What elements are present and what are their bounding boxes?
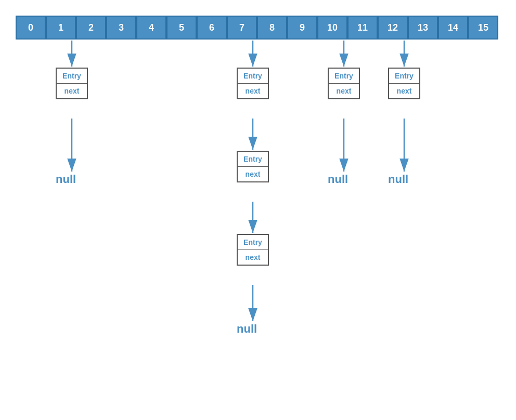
entry-node-2a: Entry next xyxy=(56,68,88,99)
null-label-2: null xyxy=(56,173,76,186)
entry-node-8c: Entry next xyxy=(237,234,269,266)
entry-label-13a: Entry xyxy=(389,69,419,84)
null-label-11: null xyxy=(328,173,348,186)
entry-node-11a: Entry next xyxy=(328,68,360,99)
null-label-8: null xyxy=(237,322,257,336)
entry-label-8b: Entry xyxy=(238,152,268,167)
array-cell-7: 7 xyxy=(227,16,257,40)
array-cell-12: 12 xyxy=(378,16,408,40)
array-cell-11: 11 xyxy=(347,16,378,40)
array-cell-15: 15 xyxy=(468,16,498,40)
next-label-8c: next xyxy=(238,250,268,265)
entry-label-8a: Entry xyxy=(238,69,268,84)
entry-label-2a: Entry xyxy=(57,69,87,84)
array-cell-1: 1 xyxy=(46,16,76,40)
array-cell-8: 8 xyxy=(257,16,287,40)
array-cell-4: 4 xyxy=(136,16,166,40)
hash-array: 0123456789101112131415 xyxy=(16,16,498,40)
array-cell-0: 0 xyxy=(16,16,46,40)
array-cell-6: 6 xyxy=(197,16,227,40)
array-cell-14: 14 xyxy=(438,16,468,40)
array-cell-13: 13 xyxy=(408,16,438,40)
array-cell-10: 10 xyxy=(317,16,347,40)
entry-label-11a: Entry xyxy=(329,69,359,84)
array-cell-9: 9 xyxy=(287,16,317,40)
arrows-svg xyxy=(0,0,516,420)
entry-node-8a: Entry next xyxy=(237,68,269,99)
next-label-13a: next xyxy=(389,84,419,98)
null-label-13: null xyxy=(388,173,408,186)
next-label-11a: next xyxy=(329,84,359,98)
next-label-2a: next xyxy=(57,84,87,98)
entry-label-8c: Entry xyxy=(238,235,268,250)
entry-node-13a: Entry next xyxy=(388,68,420,99)
array-cell-5: 5 xyxy=(166,16,197,40)
array-cell-3: 3 xyxy=(106,16,136,40)
next-label-8a: next xyxy=(238,84,268,98)
entry-node-8b: Entry next xyxy=(237,151,269,182)
array-cell-2: 2 xyxy=(76,16,106,40)
next-label-8b: next xyxy=(238,167,268,181)
